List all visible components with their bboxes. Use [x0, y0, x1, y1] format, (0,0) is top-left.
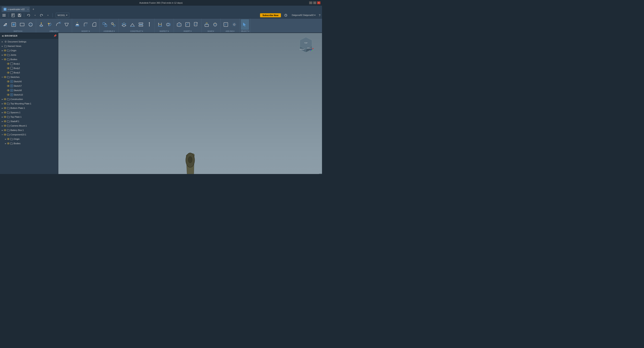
tree-item-top-mounting[interactable]: Top Mounting Plate:1 [0, 101, 58, 106]
axis-button[interactable] [145, 19, 153, 30]
visibility-sketch7[interactable] [7, 84, 10, 87]
quick-settings-panel[interactable]: QUICK SETTINGS [319, 174, 322, 174]
measure-button[interactable] [156, 19, 164, 30]
user-info[interactable]: Dalgona92 Dalgona92 ▾ [292, 14, 316, 16]
rect-button[interactable] [18, 19, 26, 30]
visibility-stadoff[interactable] [4, 120, 6, 123]
fillet-button[interactable] [82, 19, 90, 30]
close-button[interactable]: ✕ [317, 1, 320, 4]
tree-item-sketch7[interactable]: Sketch7 [0, 84, 58, 88]
expand-joints[interactable] [1, 53, 4, 56]
visibility-bodies[interactable] [4, 58, 6, 61]
minimize-button[interactable]: ─ [309, 1, 312, 4]
file-menu-button[interactable] [11, 13, 16, 18]
tree-item-sketches[interactable]: Sketches [0, 75, 58, 79]
expand-c10-bodies[interactable] [4, 142, 7, 145]
expand-spacers[interactable] [1, 111, 4, 114]
visibility-top-mounting[interactable] [4, 102, 6, 105]
subscribe-button[interactable]: Subscribe Now [260, 13, 281, 17]
viewport[interactable]: TOP FRONT RIGHT X [58, 33, 322, 174]
expand-top-plate[interactable] [1, 115, 4, 118]
new-sketch-button[interactable] [1, 19, 9, 30]
view-cube[interactable]: TOP FRONT RIGHT X [298, 36, 314, 52]
tree-item-body2[interactable]: Body2 [0, 66, 58, 70]
interference-button[interactable] [164, 19, 172, 30]
history-button[interactable] [283, 13, 288, 18]
browser-back-button[interactable]: ◀ [2, 34, 4, 37]
tree-item-bottom-plate[interactable]: Bottom Plate:1 [0, 106, 58, 110]
visibility-sketch6[interactable] [7, 80, 10, 83]
tree-item-doc-settings[interactable]: Document Settings [0, 39, 58, 44]
tree-item-c10-bodies[interactable]: Bodies [0, 141, 58, 146]
visibility-body3[interactable] [7, 71, 10, 74]
press-pull-button[interactable] [73, 19, 81, 30]
expand-stadoff[interactable] [1, 120, 4, 123]
visibility-joints[interactable] [4, 53, 6, 56]
visibility-c10-origin[interactable] [7, 138, 10, 140]
expand-top-mounting[interactable] [1, 102, 4, 105]
addins-manage-button[interactable] [230, 19, 238, 30]
tree-item-body1[interactable]: Body1 [0, 61, 58, 66]
new-tab-button[interactable]: + [30, 6, 36, 12]
visibility-construction[interactable] [4, 98, 6, 101]
visibility-body1[interactable] [7, 62, 10, 65]
project-button[interactable] [10, 19, 18, 30]
undo-arrow[interactable]: ▾ [32, 13, 38, 18]
browser-pin-button[interactable]: 📌 [54, 34, 56, 37]
extrude-button[interactable] [37, 19, 45, 30]
tree-item-sketch8[interactable]: Sketch8 [0, 88, 58, 92]
generate-toolpath-button[interactable] [211, 19, 219, 30]
visibility-component10[interactable] [4, 133, 6, 136]
save-button[interactable] [17, 13, 22, 18]
new-component-button[interactable] [101, 19, 109, 30]
visibility-camera-mount[interactable] [4, 124, 6, 127]
insert-dxf-button[interactable] [192, 19, 200, 30]
tree-item-named-views[interactable]: Named Views [0, 44, 58, 48]
scripts-button[interactable] [222, 19, 230, 30]
visibility-bottom-plate[interactable] [4, 107, 6, 109]
revolve-button[interactable] [46, 19, 54, 30]
insert-mesh-button[interactable] [175, 19, 183, 30]
chamfer-button[interactable] [90, 19, 98, 30]
tree-item-origin[interactable]: Origin [0, 48, 58, 53]
redo-arrow[interactable]: ▾ [46, 13, 50, 18]
tree-item-body3[interactable]: Body3 [0, 70, 58, 75]
tree-item-battery-box[interactable]: Battery Box:1 [0, 128, 58, 132]
tree-item-component10[interactable]: Component10:1 [0, 132, 58, 137]
tree-item-c10-origin[interactable]: Origin [0, 137, 58, 141]
tree-item-sketch6[interactable]: Sketch6 [0, 79, 58, 84]
undo-button[interactable] [26, 13, 31, 18]
visibility-sketches[interactable] [4, 76, 6, 78]
joint-button[interactable] [109, 19, 117, 30]
visibility-body2[interactable] [7, 67, 10, 70]
loft-button[interactable] [62, 19, 71, 30]
expand-sketches[interactable] [1, 76, 4, 78]
expand-bodies[interactable] [1, 58, 4, 61]
tree-item-joints[interactable]: Joints [0, 53, 58, 57]
insert-svg-button[interactable] [184, 19, 192, 30]
visibility-battery-box[interactable] [4, 129, 6, 132]
tree-item-camera-mount[interactable]: Camera Mount:1 [0, 123, 58, 128]
visibility-top-plate[interactable] [4, 115, 6, 118]
expand-c10-origin[interactable] [4, 138, 7, 140]
app-menu-button[interactable] [2, 13, 6, 18]
tab-quadcopter[interactable]: F x quadcopter v22 × [2, 6, 30, 12]
restore-button[interactable]: □ [313, 1, 316, 4]
expand-bottom-plate[interactable] [1, 107, 4, 109]
redo-button[interactable] [39, 13, 44, 18]
expand-construction[interactable] [1, 98, 4, 101]
tab-close-button[interactable]: × [27, 8, 28, 10]
mid-plane-button[interactable] [137, 19, 145, 30]
expand-doc-settings[interactable] [1, 40, 4, 43]
expand-camera-mount[interactable] [1, 124, 4, 127]
tree-item-top-plate[interactable]: Top Plate:1 [0, 115, 58, 119]
expand-component10[interactable] [1, 133, 4, 136]
tree-item-bodies[interactable]: Bodies [0, 57, 58, 61]
visibility-origin[interactable] [4, 49, 6, 52]
angle-plane-button[interactable] [128, 19, 136, 30]
tree-item-spacers[interactable]: Spacers:1 [0, 110, 58, 115]
visibility-sketch8[interactable] [7, 89, 10, 92]
sweep-button[interactable] [54, 19, 62, 30]
tree-item-sketch10[interactable]: Sketch10 [0, 92, 58, 97]
3d-print-button[interactable] [203, 19, 211, 30]
